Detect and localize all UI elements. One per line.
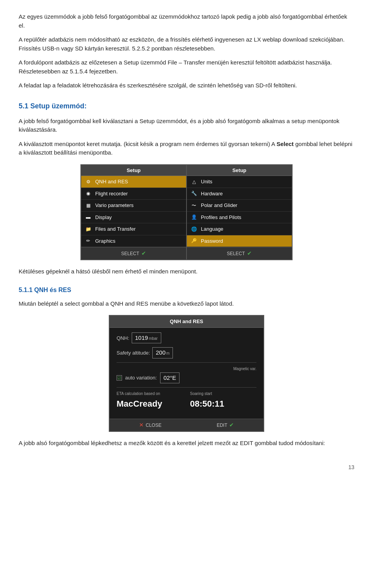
soaring-sub-label: Soaring start bbox=[190, 391, 256, 397]
safety-altitude-row: Safety altitude: 200 m bbox=[117, 347, 256, 358]
qnh-bottom-bar: ✕ CLOSE EDIT ✔ bbox=[110, 419, 263, 431]
vario-icon: ▦ bbox=[84, 202, 92, 209]
safety-unit: m bbox=[166, 350, 169, 356]
safety-value: 200 bbox=[156, 348, 166, 357]
menu-item-language[interactable]: 🌐 Language bbox=[187, 223, 292, 235]
hardware-icon: 🔧 bbox=[190, 190, 198, 197]
qnh-value: 1019 bbox=[135, 334, 148, 343]
safety-label: Safety altitude: bbox=[117, 349, 150, 357]
menu-item-polar[interactable]: 〜 Polar and Glider bbox=[187, 200, 292, 212]
menu-item-profiles[interactable]: 👤 Profiles and Pilots bbox=[187, 212, 292, 224]
left-screen-title: Setup bbox=[81, 165, 186, 176]
separator-2 bbox=[117, 387, 256, 388]
paragraph-6-part1: A kiválasztott menüpontot keret mutatja.… bbox=[19, 141, 277, 147]
display-icon: ▬ bbox=[84, 214, 92, 220]
mag-var-label: Magnetic var. bbox=[234, 366, 256, 372]
close-label: CLOSE bbox=[146, 422, 162, 429]
menu-item-password[interactable]: 🔑 Password bbox=[187, 235, 292, 247]
left-select-check-icon: ✔ bbox=[141, 249, 146, 257]
paragraph-1: Az egyes üzemmódok a jobb felső forgatóg… bbox=[19, 12, 354, 30]
soaring-value: 08:50:11 bbox=[190, 397, 256, 410]
vario-label: Vario parameters bbox=[95, 202, 134, 209]
menu-item-qnh[interactable]: ⚙ QNH and RES bbox=[81, 176, 186, 188]
right-select-check-icon: ✔ bbox=[247, 249, 252, 257]
qnh-body: QNH: 1019 mbar Safety altitude: 200 m Ma… bbox=[110, 328, 263, 419]
language-label: Language bbox=[201, 225, 223, 233]
auto-variation-row: ☑ auto variation: 02°E bbox=[117, 372, 256, 384]
paragraph-7: Kétüléses gépeknél a hátsó ülésből nem é… bbox=[19, 267, 354, 276]
left-select-bar: SELECT ✔ bbox=[81, 247, 186, 259]
menu-item-units[interactable]: △ Units bbox=[187, 176, 292, 188]
setup-screens-container: Setup ⚙ QNH and RES ◉ Flight recorder ▦ … bbox=[19, 164, 354, 261]
soaring-col: Soaring start 08:50:11 bbox=[190, 391, 256, 410]
eta-col: ETA calculation based on MacCready bbox=[117, 391, 183, 410]
close-button[interactable]: ✕ CLOSE bbox=[139, 421, 162, 429]
qnh-panel: QNH and RES QNH: 1019 mbar Safety altitu… bbox=[109, 315, 264, 432]
select-bold: Select bbox=[277, 141, 294, 147]
menu-item-vario[interactable]: ▦ Vario parameters bbox=[81, 200, 186, 212]
maccready-value: MacCready bbox=[117, 397, 183, 410]
right-select-label: SELECT bbox=[227, 250, 245, 257]
paragraph-4: A feladat lap a feladatok létrehozására … bbox=[19, 81, 354, 90]
section-511-title: 5.1.1 QNH és RES bbox=[19, 285, 354, 295]
menu-item-hardware[interactable]: 🔧 Hardware bbox=[187, 188, 292, 200]
separator-1 bbox=[117, 362, 256, 363]
auto-variation-value-box[interactable]: 02°E bbox=[160, 372, 180, 384]
left-select-label: SELECT bbox=[121, 250, 139, 257]
qnh-unit: mbar bbox=[149, 336, 158, 341]
paragraph-6: A kiválasztott menüpontot keret mutatja.… bbox=[19, 140, 354, 157]
qnh-value-box[interactable]: 1019 mbar bbox=[132, 332, 161, 344]
profiles-label: Profiles and Pilots bbox=[201, 214, 241, 221]
page-number: 13 bbox=[19, 463, 354, 471]
polar-icon: 〜 bbox=[190, 202, 198, 209]
auto-variation-value: 02°E bbox=[164, 374, 176, 383]
units-icon: △ bbox=[190, 179, 198, 185]
edit-button[interactable]: EDIT ✔ bbox=[217, 421, 234, 429]
password-icon: 🔑 bbox=[190, 238, 198, 244]
right-screen-title: Setup bbox=[187, 165, 292, 176]
auto-variation-label: auto variation: bbox=[125, 374, 157, 382]
menu-item-files[interactable]: 📁 Files and Transfer bbox=[81, 223, 186, 235]
files-icon: 📁 bbox=[84, 226, 92, 232]
flight-recorder-label: Flight recorder bbox=[95, 190, 128, 198]
language-icon: 🌐 bbox=[190, 226, 198, 232]
device-screens: Setup ⚙ QNH and RES ◉ Flight recorder ▦ … bbox=[80, 164, 293, 261]
qnh-field-label: QNH: bbox=[117, 334, 129, 342]
polar-label: Polar and Glider bbox=[201, 202, 237, 209]
paragraph-8: Miután beléptél a select gombbal a QNH a… bbox=[19, 299, 354, 308]
menu-item-flight-recorder[interactable]: ◉ Flight recorder bbox=[81, 188, 186, 200]
right-screen: Setup △ Units 🔧 Hardware 〜 Polar and Gli… bbox=[187, 165, 292, 260]
graphics-label: Graphics bbox=[95, 237, 115, 245]
section-51-title: 5.1 Setup üzemmód: bbox=[19, 101, 354, 111]
hardware-label: Hardware bbox=[201, 190, 223, 198]
qnh-panel-title: QNH and RES bbox=[110, 316, 263, 328]
qnh-panel-container: QNH and RES QNH: 1019 mbar Safety altitu… bbox=[19, 315, 354, 432]
menu-item-display[interactable]: ▬ Display bbox=[81, 212, 186, 224]
edit-check-icon: ✔ bbox=[229, 421, 234, 429]
qnh-icon: ⚙ bbox=[84, 179, 92, 185]
qnh-value-row: QNH: 1019 mbar bbox=[117, 332, 256, 344]
flight-recorder-icon: ◉ bbox=[84, 190, 92, 197]
paragraph-9: A jobb alsó forgatógombbal lépkedhetsz a… bbox=[19, 439, 354, 448]
eta-sub-label: ETA calculation based on bbox=[117, 391, 183, 397]
right-select-bar: SELECT ✔ bbox=[187, 247, 292, 259]
eta-soaring-row: ETA calculation based on MacCready Soari… bbox=[117, 391, 256, 410]
qnh-label: QNH and RES bbox=[95, 178, 128, 186]
display-label: Display bbox=[95, 214, 112, 221]
safety-value-box[interactable]: 200 m bbox=[152, 347, 173, 358]
files-label: Files and Transfer bbox=[95, 225, 136, 233]
graphics-icon: ✏ bbox=[84, 238, 92, 244]
profiles-icon: 👤 bbox=[190, 214, 198, 220]
close-x-icon: ✕ bbox=[139, 421, 144, 429]
paragraph-3: A fordulópont adatbázis az előzetesen a … bbox=[19, 58, 354, 76]
paragraph-2: A repülőtér adatbázis nem módosítható az… bbox=[19, 35, 354, 53]
password-label: Password bbox=[201, 237, 223, 245]
units-label: Units bbox=[201, 178, 213, 186]
menu-item-graphics[interactable]: ✏ Graphics bbox=[81, 235, 186, 247]
edit-label: EDIT bbox=[217, 422, 227, 429]
left-screen: Setup ⚙ QNH and RES ◉ Flight recorder ▦ … bbox=[81, 165, 186, 260]
paragraph-5: A jobb felső forgatógombbal kell kiválas… bbox=[19, 117, 354, 134]
auto-variation-checkbox[interactable]: ☑ bbox=[117, 375, 122, 381]
